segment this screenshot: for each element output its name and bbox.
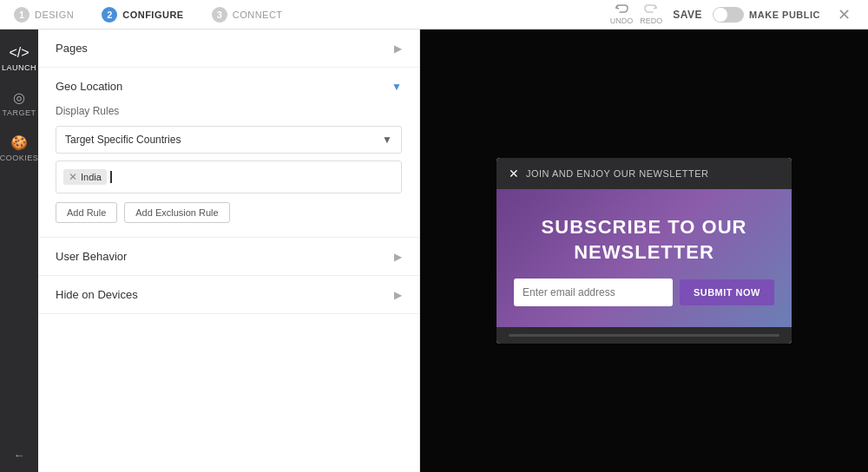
popup-bottom: [496, 327, 792, 344]
popup-header: ✕ JOIN AND ENJOY OUR NEWSLETTER: [496, 158, 792, 189]
main-area: </> LAUNCH ◎ TARGET 🍪 COOKIES ← Pages ▶ …: [0, 30, 868, 472]
step-connect-label: CONNECT: [233, 10, 283, 20]
redo-button[interactable]: REDO: [640, 3, 662, 25]
add-exclusion-rule-button[interactable]: Add Exclusion Rule: [124, 202, 229, 223]
step-configure[interactable]: 2 CONFIGURE: [88, 0, 198, 30]
left-sidebar: </> LAUNCH ◎ TARGET 🍪 COOKIES ←: [0, 30, 38, 472]
hide-on-devices-section[interactable]: Hide on Devices ▶: [38, 276, 419, 314]
sidebar-cookies-label: COOKIES: [0, 154, 38, 162]
step-design-num: 1: [14, 7, 30, 23]
step-design-label: DESIGN: [35, 10, 74, 20]
sidebar-item-target[interactable]: ◎ TARGET: [0, 81, 38, 126]
preview-overlay: ✕ JOIN AND ENJOY OUR NEWSLETTER SUBSCRIB…: [420, 30, 868, 472]
sidebar-launch-label: LAUNCH: [2, 63, 36, 72]
tags-cursor: [110, 171, 112, 183]
tags-input-wrap[interactable]: ✕ India: [56, 161, 402, 193]
steps-nav: 1 DESIGN 2 CONFIGURE 3 CONNECT: [0, 0, 610, 30]
pages-title: Pages: [56, 42, 88, 55]
save-button[interactable]: SAVE: [673, 9, 702, 21]
dropdown-arrow-icon: ▼: [373, 134, 401, 146]
user-behavior-arrow-icon: ▶: [394, 251, 402, 263]
pages-section[interactable]: Pages ▶: [38, 30, 419, 68]
sidebar-target-label: TARGET: [3, 108, 36, 117]
tag-india-label: India: [81, 172, 102, 182]
popup-bottom-bar: [509, 334, 779, 337]
tag-india-remove[interactable]: ✕: [69, 171, 77, 183]
geo-header[interactable]: Geo Location ▼: [38, 68, 419, 105]
step-connect[interactable]: 3 CONNECT: [198, 0, 297, 30]
geo-title: Geo Location: [56, 80, 122, 93]
geo-arrow-icon: ▼: [391, 81, 402, 93]
user-behavior-section[interactable]: User Behavior ▶: [38, 238, 419, 276]
launch-icon: </>: [9, 45, 29, 61]
hide-on-devices-arrow-icon: ▶: [394, 289, 402, 301]
configure-panel: Pages ▶ Geo Location ▼ Display Rules Tar…: [38, 30, 420, 472]
hide-on-devices-title: Hide on Devices: [56, 288, 138, 301]
undo-redo-group: UNDO REDO: [610, 3, 663, 25]
display-rules-title: Display Rules: [56, 105, 402, 117]
toggle-knob: [713, 8, 727, 22]
preview-area: ✕ JOIN AND ENJOY OUR NEWSLETTER SUBSCRIB…: [420, 30, 868, 472]
user-behavior-title: User Behavior: [56, 250, 127, 263]
pages-arrow-icon: ▶: [394, 43, 402, 55]
make-public-toggle[interactable]: [713, 7, 744, 23]
sidebar-back-button[interactable]: ←: [0, 440, 38, 472]
undo-button[interactable]: UNDO: [610, 3, 634, 25]
tag-india: ✕ India: [63, 169, 107, 185]
popup-card: ✕ JOIN AND ENJOY OUR NEWSLETTER SUBSCRIB…: [496, 158, 792, 344]
target-icon: ◎: [13, 89, 25, 106]
close-button[interactable]: ✕: [831, 5, 858, 24]
popup-close-button[interactable]: ✕: [509, 167, 519, 180]
top-bar-actions: UNDO REDO SAVE MAKE PUBLIC ✕: [610, 3, 868, 25]
popup-body: SUBSCRIBE TO OURNEWSLETTER SUBMIT NOW: [496, 189, 792, 327]
top-bar: 1 DESIGN 2 CONFIGURE 3 CONNECT UNDO: [0, 0, 868, 30]
step-design[interactable]: 1 DESIGN: [0, 0, 88, 30]
cookies-icon: 🍪: [10, 134, 28, 151]
popup-form: SUBMIT NOW: [514, 279, 774, 306]
geo-section: Geo Location ▼ Display Rules Target Spec…: [38, 68, 419, 238]
make-public-toggle-wrap: MAKE PUBLIC: [713, 7, 820, 23]
popup-title: SUBSCRIBE TO OURNEWSLETTER: [514, 215, 774, 265]
sidebar-item-cookies[interactable]: 🍪 COOKIES: [0, 126, 38, 171]
country-dropdown[interactable]: Target Specific Countries All Countries …: [56, 127, 373, 153]
popup-email-input[interactable]: [514, 279, 673, 306]
back-arrow-icon: ←: [14, 449, 25, 462]
sidebar-item-launch[interactable]: </> LAUNCH: [0, 36, 38, 81]
rule-buttons: Add Rule Add Exclusion Rule: [56, 202, 402, 223]
geo-content: Display Rules Target Specific Countries …: [38, 105, 419, 237]
popup-header-text: JOIN AND ENJOY OUR NEWSLETTER: [526, 168, 709, 179]
step-connect-num: 3: [212, 7, 227, 23]
make-public-label: MAKE PUBLIC: [749, 10, 820, 20]
step-configure-num: 2: [102, 7, 117, 23]
country-dropdown-row: Target Specific Countries All Countries …: [56, 126, 402, 154]
add-rule-button[interactable]: Add Rule: [56, 202, 117, 223]
popup-submit-button[interactable]: SUBMIT NOW: [680, 279, 774, 305]
step-configure-label: CONFIGURE: [122, 10, 184, 20]
